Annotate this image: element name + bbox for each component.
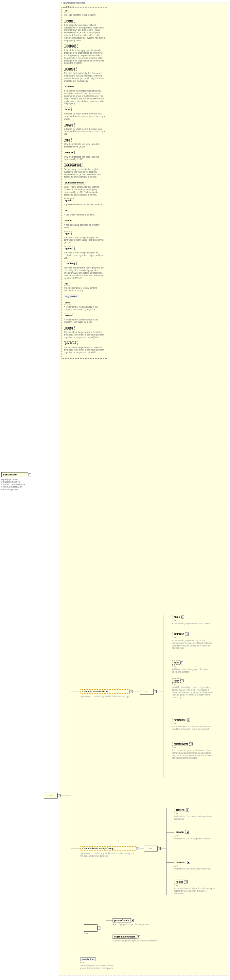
attribute-name[interactable]: role <box>64 301 71 304</box>
attribute-name[interactable]: literal <box>64 219 73 222</box>
attribute-name[interactable]: modified <box>64 67 77 71</box>
expand-icon[interactable]: + <box>186 830 189 834</box>
attribute-name[interactable]: pubconstrainturi <box>64 181 85 185</box>
attribute-name[interactable]: id <box>64 9 69 13</box>
attribute-name[interactable]: how <box>64 108 72 111</box>
element-box[interactable]: facet+ <box>172 679 180 683</box>
attribute-desc: The date (and, optionally, the time) whe… <box>64 72 105 82</box>
connector <box>164 744 172 744</box>
attribute-desc: Why the metadata has been included - exp… <box>64 156 105 161</box>
attribute-name[interactable]: howuri <box>64 123 75 127</box>
collapse-icon[interactable]: − <box>97 927 101 930</box>
attribute-name[interactable]: qcode <box>64 199 74 202</box>
attribute-item: any ##other <box>64 294 105 298</box>
attribute-name[interactable]: roleuri <box>64 313 74 317</box>
group-label: ConceptDefinitionGroup <box>83 690 109 692</box>
leaf-desc: Additional natural language information … <box>172 668 213 673</box>
element-box[interactable]: definition+ <box>172 632 186 636</box>
element-box[interactable]: personDetails+ <box>113 918 131 923</box>
expand-icon[interactable]: + <box>187 718 190 721</box>
attribute-item: typeThe type of the concept assigned as … <box>64 232 105 244</box>
element-box[interactable]: narrower+ <box>174 860 187 864</box>
attribute-name[interactable]: type <box>64 232 72 235</box>
cardinality: 0..∞ <box>172 683 213 686</box>
expand-icon[interactable]: + <box>180 661 183 664</box>
attribute-desc: The job title of the person who created … <box>64 331 105 339</box>
choice-compositor[interactable]: − <box>84 924 97 932</box>
element-box[interactable]: remoteInfo+ <box>172 718 187 722</box>
expand-icon[interactable]: + <box>185 880 188 883</box>
contributor-element[interactable]: contributor − <box>1 472 28 477</box>
connector <box>164 617 172 617</box>
element-box[interactable]: broader+ <box>174 830 186 834</box>
attribute-desc: One or many constraints that apply to pu… <box>64 186 105 196</box>
collapse-icon[interactable]: − <box>154 690 157 693</box>
attribute-desc: A qualified code which identifies a conc… <box>64 204 105 206</box>
collapse-icon[interactable]: − <box>129 690 133 693</box>
attribute-item: howuriIndicates by which means the value… <box>64 123 105 135</box>
attribute-name[interactable]: dir <box>64 282 70 285</box>
cardinality: 0..∞ <box>84 932 88 935</box>
attribute-name[interactable]: jobtitleuri <box>64 341 78 345</box>
attribute-name[interactable]: whyuri <box>64 151 75 154</box>
expand-icon[interactable]: + <box>181 616 184 618</box>
attribute-name[interactable]: any ##other <box>64 294 79 298</box>
element-box[interactable]: related+ <box>174 880 185 884</box>
attribute-item: qcodeA qualified code which identifies a… <box>64 199 105 206</box>
attribute-item: idThe local identifier of the property. <box>64 9 105 16</box>
any-element[interactable]: any ##other <box>80 958 96 961</box>
sequence-compositor-main[interactable]: − <box>44 792 58 799</box>
cardinality: 0..∞ <box>80 961 121 964</box>
connector <box>71 960 80 960</box>
expand-icon[interactable]: + <box>186 808 189 811</box>
attribute-item: typeuriThe type of the concept assigned … <box>64 247 105 259</box>
leaf-desc: A related concept, where the relationshi… <box>174 887 215 895</box>
connector <box>101 928 106 928</box>
expand-icon[interactable]: + <box>180 679 184 682</box>
expand-icon[interactable]: + <box>190 742 193 745</box>
attribute-name[interactable]: jobtitle <box>64 326 75 329</box>
attribute-item: pubconstrainturiOne or many constraints … <box>64 181 105 196</box>
collapse-icon[interactable]: − <box>136 847 139 850</box>
leaf-desc: An identifier of a concept with equivale… <box>174 815 215 821</box>
leaf-element: note+ 0..∞ Additional natural language i… <box>172 660 213 673</box>
collapse-icon[interactable]: − <box>28 473 31 476</box>
attribute-name[interactable]: xml:lang <box>64 262 77 265</box>
attribute-item: jobtitleuriThe job title of the person w… <box>64 341 105 354</box>
expand-icon[interactable]: + <box>187 861 190 864</box>
concept-definition-group[interactable]: ConceptDefinitionGroup − <box>80 689 129 694</box>
element-box[interactable]: note+ <box>172 660 180 665</box>
connector <box>164 663 172 663</box>
concept-relationships-group[interactable]: ConceptRelationshipsGroup − <box>80 846 136 851</box>
attribute-name[interactable]: creatoruri <box>64 44 78 48</box>
attribute-name[interactable]: creator <box>64 19 75 22</box>
attribute-desc: The type of the concept assigned as cont… <box>64 251 105 259</box>
attribute-name[interactable]: uri <box>64 208 70 212</box>
attribute-name[interactable]: why <box>64 138 72 142</box>
cardinality: 0..∞ <box>172 746 213 748</box>
sequence-compositor-def[interactable]: − <box>140 689 154 695</box>
expand-icon[interactable]: + <box>186 632 189 635</box>
attribute-item: howIndicates by which means the value wa… <box>64 108 105 120</box>
attributes-label: attributes <box>64 6 75 8</box>
sequence-compositor-rel[interactable]: − <box>144 846 158 851</box>
leaf-element: sameAs+ 0..∞ An identifier of a concept … <box>174 808 215 821</box>
collapse-icon[interactable]: − <box>58 794 61 797</box>
attribute-desc: The job title of the person who created … <box>64 346 105 354</box>
element-box[interactable]: name+ <box>172 615 181 619</box>
attribute-name[interactable]: typeuri <box>64 247 75 250</box>
attribute-item: modifiedThe date (and, optionally, the t… <box>64 67 105 82</box>
cardinality: 0..∞ <box>174 835 211 837</box>
collapse-icon[interactable]: − <box>158 847 161 850</box>
element-box[interactable]: hierarchyInfo+ <box>172 741 190 746</box>
element-box[interactable]: organisationDetails+ <box>113 935 137 939</box>
contributor-desc: A party (person or organisation) which m… <box>1 478 28 491</box>
attribute-desc: A free-text value assigned as property v… <box>64 224 105 229</box>
leaf-element: organisationDetails+ A group if properti… <box>113 935 157 942</box>
expand-icon[interactable]: + <box>131 919 134 922</box>
attribute-name[interactable]: custom <box>64 85 75 88</box>
expand-icon[interactable]: + <box>137 935 140 938</box>
attribute-item: literalA free-text value assigned as pro… <box>64 219 105 229</box>
element-box[interactable]: sameAs+ <box>174 808 186 812</box>
attribute-name[interactable]: pubconstraint <box>64 163 83 167</box>
